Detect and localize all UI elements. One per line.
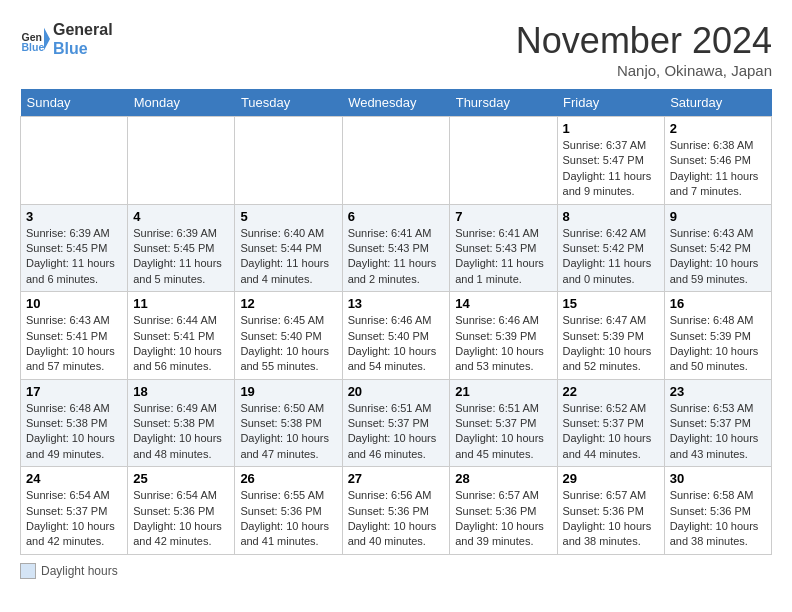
- calendar-week-3: 10Sunrise: 6:43 AM Sunset: 5:41 PM Dayli…: [21, 292, 772, 380]
- day-number: 7: [455, 209, 551, 224]
- day-info: Sunrise: 6:54 AM Sunset: 5:37 PM Dayligh…: [26, 488, 122, 550]
- calendar-day: 12Sunrise: 6:45 AM Sunset: 5:40 PM Dayli…: [235, 292, 342, 380]
- calendar-header: SundayMondayTuesdayWednesdayThursdayFrid…: [21, 89, 772, 117]
- day-info: Sunrise: 6:41 AM Sunset: 5:43 PM Dayligh…: [455, 226, 551, 288]
- day-number: 1: [563, 121, 659, 136]
- calendar-day: 10Sunrise: 6:43 AM Sunset: 5:41 PM Dayli…: [21, 292, 128, 380]
- calendar-day: [128, 117, 235, 205]
- calendar-day: [450, 117, 557, 205]
- header-cell-tuesday: Tuesday: [235, 89, 342, 117]
- day-number: 17: [26, 384, 122, 399]
- day-info: Sunrise: 6:47 AM Sunset: 5:39 PM Dayligh…: [563, 313, 659, 375]
- calendar-day: 2Sunrise: 6:38 AM Sunset: 5:46 PM Daylig…: [664, 117, 771, 205]
- calendar-day: [235, 117, 342, 205]
- calendar-day: 3Sunrise: 6:39 AM Sunset: 5:45 PM Daylig…: [21, 204, 128, 292]
- day-number: 18: [133, 384, 229, 399]
- day-number: 24: [26, 471, 122, 486]
- calendar-day: 20Sunrise: 6:51 AM Sunset: 5:37 PM Dayli…: [342, 379, 450, 467]
- day-number: 13: [348, 296, 445, 311]
- day-info: Sunrise: 6:53 AM Sunset: 5:37 PM Dayligh…: [670, 401, 766, 463]
- title-block: November 2024 Nanjo, Okinawa, Japan: [516, 20, 772, 79]
- day-number: 15: [563, 296, 659, 311]
- calendar-day: 8Sunrise: 6:42 AM Sunset: 5:42 PM Daylig…: [557, 204, 664, 292]
- logo-icon: Gen Blue: [20, 24, 50, 54]
- day-info: Sunrise: 6:39 AM Sunset: 5:45 PM Dayligh…: [133, 226, 229, 288]
- day-number: 4: [133, 209, 229, 224]
- month-title: November 2024: [516, 20, 772, 62]
- day-info: Sunrise: 6:40 AM Sunset: 5:44 PM Dayligh…: [240, 226, 336, 288]
- calendar-day: 15Sunrise: 6:47 AM Sunset: 5:39 PM Dayli…: [557, 292, 664, 380]
- day-info: Sunrise: 6:42 AM Sunset: 5:42 PM Dayligh…: [563, 226, 659, 288]
- calendar-day: 6Sunrise: 6:41 AM Sunset: 5:43 PM Daylig…: [342, 204, 450, 292]
- day-info: Sunrise: 6:37 AM Sunset: 5:47 PM Dayligh…: [563, 138, 659, 200]
- day-info: Sunrise: 6:56 AM Sunset: 5:36 PM Dayligh…: [348, 488, 445, 550]
- calendar-day: 1Sunrise: 6:37 AM Sunset: 5:47 PM Daylig…: [557, 117, 664, 205]
- day-number: 16: [670, 296, 766, 311]
- calendar-week-2: 3Sunrise: 6:39 AM Sunset: 5:45 PM Daylig…: [21, 204, 772, 292]
- day-info: Sunrise: 6:49 AM Sunset: 5:38 PM Dayligh…: [133, 401, 229, 463]
- day-info: Sunrise: 6:58 AM Sunset: 5:36 PM Dayligh…: [670, 488, 766, 550]
- day-info: Sunrise: 6:48 AM Sunset: 5:39 PM Dayligh…: [670, 313, 766, 375]
- calendar-body: 1Sunrise: 6:37 AM Sunset: 5:47 PM Daylig…: [21, 117, 772, 555]
- calendar-day: 4Sunrise: 6:39 AM Sunset: 5:45 PM Daylig…: [128, 204, 235, 292]
- day-info: Sunrise: 6:39 AM Sunset: 5:45 PM Dayligh…: [26, 226, 122, 288]
- day-info: Sunrise: 6:52 AM Sunset: 5:37 PM Dayligh…: [563, 401, 659, 463]
- day-number: 21: [455, 384, 551, 399]
- calendar-day: 26Sunrise: 6:55 AM Sunset: 5:36 PM Dayli…: [235, 467, 342, 555]
- logo-line1: General: [53, 20, 113, 39]
- calendar-day: 17Sunrise: 6:48 AM Sunset: 5:38 PM Dayli…: [21, 379, 128, 467]
- calendar-day: [21, 117, 128, 205]
- day-info: Sunrise: 6:45 AM Sunset: 5:40 PM Dayligh…: [240, 313, 336, 375]
- calendar-table: SundayMondayTuesdayWednesdayThursdayFrid…: [20, 89, 772, 555]
- calendar-day: 24Sunrise: 6:54 AM Sunset: 5:37 PM Dayli…: [21, 467, 128, 555]
- calendar-day: 18Sunrise: 6:49 AM Sunset: 5:38 PM Dayli…: [128, 379, 235, 467]
- header-cell-saturday: Saturday: [664, 89, 771, 117]
- calendar-day: 9Sunrise: 6:43 AM Sunset: 5:42 PM Daylig…: [664, 204, 771, 292]
- day-number: 23: [670, 384, 766, 399]
- day-info: Sunrise: 6:44 AM Sunset: 5:41 PM Dayligh…: [133, 313, 229, 375]
- day-number: 6: [348, 209, 445, 224]
- day-number: 12: [240, 296, 336, 311]
- day-number: 22: [563, 384, 659, 399]
- day-info: Sunrise: 6:51 AM Sunset: 5:37 PM Dayligh…: [348, 401, 445, 463]
- legend-label: Daylight hours: [41, 564, 118, 578]
- day-number: 9: [670, 209, 766, 224]
- day-info: Sunrise: 6:57 AM Sunset: 5:36 PM Dayligh…: [455, 488, 551, 550]
- legend: Daylight hours: [20, 563, 772, 579]
- calendar-day: 27Sunrise: 6:56 AM Sunset: 5:36 PM Dayli…: [342, 467, 450, 555]
- day-info: Sunrise: 6:46 AM Sunset: 5:40 PM Dayligh…: [348, 313, 445, 375]
- day-number: 8: [563, 209, 659, 224]
- day-number: 3: [26, 209, 122, 224]
- day-info: Sunrise: 6:41 AM Sunset: 5:43 PM Dayligh…: [348, 226, 445, 288]
- location: Nanjo, Okinawa, Japan: [516, 62, 772, 79]
- calendar-week-5: 24Sunrise: 6:54 AM Sunset: 5:37 PM Dayli…: [21, 467, 772, 555]
- day-number: 2: [670, 121, 766, 136]
- calendar-day: 16Sunrise: 6:48 AM Sunset: 5:39 PM Dayli…: [664, 292, 771, 380]
- day-info: Sunrise: 6:51 AM Sunset: 5:37 PM Dayligh…: [455, 401, 551, 463]
- day-number: 11: [133, 296, 229, 311]
- header-cell-thursday: Thursday: [450, 89, 557, 117]
- day-info: Sunrise: 6:43 AM Sunset: 5:41 PM Dayligh…: [26, 313, 122, 375]
- calendar-day: 21Sunrise: 6:51 AM Sunset: 5:37 PM Dayli…: [450, 379, 557, 467]
- day-number: 5: [240, 209, 336, 224]
- svg-marker-2: [44, 28, 50, 51]
- header-cell-friday: Friday: [557, 89, 664, 117]
- day-number: 19: [240, 384, 336, 399]
- day-info: Sunrise: 6:55 AM Sunset: 5:36 PM Dayligh…: [240, 488, 336, 550]
- calendar-day: 19Sunrise: 6:50 AM Sunset: 5:38 PM Dayli…: [235, 379, 342, 467]
- day-info: Sunrise: 6:43 AM Sunset: 5:42 PM Dayligh…: [670, 226, 766, 288]
- legend-box: [20, 563, 36, 579]
- calendar-day: 30Sunrise: 6:58 AM Sunset: 5:36 PM Dayli…: [664, 467, 771, 555]
- day-info: Sunrise: 6:54 AM Sunset: 5:36 PM Dayligh…: [133, 488, 229, 550]
- day-number: 10: [26, 296, 122, 311]
- day-number: 25: [133, 471, 229, 486]
- day-info: Sunrise: 6:46 AM Sunset: 5:39 PM Dayligh…: [455, 313, 551, 375]
- svg-text:Blue: Blue: [22, 41, 45, 53]
- day-number: 14: [455, 296, 551, 311]
- calendar-day: 5Sunrise: 6:40 AM Sunset: 5:44 PM Daylig…: [235, 204, 342, 292]
- calendar-day: 28Sunrise: 6:57 AM Sunset: 5:36 PM Dayli…: [450, 467, 557, 555]
- day-number: 27: [348, 471, 445, 486]
- calendar-day: 14Sunrise: 6:46 AM Sunset: 5:39 PM Dayli…: [450, 292, 557, 380]
- day-info: Sunrise: 6:38 AM Sunset: 5:46 PM Dayligh…: [670, 138, 766, 200]
- calendar-week-4: 17Sunrise: 6:48 AM Sunset: 5:38 PM Dayli…: [21, 379, 772, 467]
